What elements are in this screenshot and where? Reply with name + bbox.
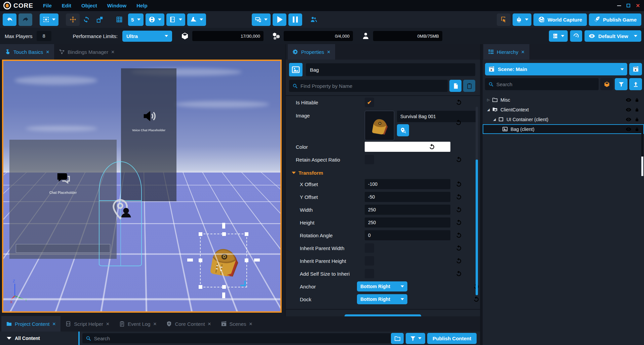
show-networked-button[interactable] [600, 78, 613, 90]
properties-scrollbar[interactable] [476, 107, 478, 295]
reset-icon[interactable] [455, 206, 462, 213]
hierarchy-filter-button[interactable] [615, 78, 628, 90]
tree-row-ui-container[interactable]: ◢ UI Container (client) [483, 114, 644, 124]
anchor-dropdown[interactable]: Bottom Right [357, 281, 407, 291]
rotation-angle-field[interactable] [365, 230, 450, 240]
server-settings-dropdown[interactable] [549, 30, 568, 42]
menu-edit[interactable]: Edit [57, 3, 76, 8]
select-cursor-button[interactable] [497, 13, 511, 26]
tab-hierarchy[interactable]: Hierarchy✕ [483, 44, 529, 60]
tab-event-log[interactable]: Event Log✕ [114, 316, 161, 332]
ai-assistant-dropdown[interactable] [513, 13, 531, 26]
preview-mode-dropdown[interactable] [252, 13, 271, 26]
selection-handle[interactable] [222, 232, 226, 236]
world-space-dropdown[interactable] [146, 13, 164, 26]
close-button[interactable]: ✕ [636, 3, 640, 8]
lock-icon[interactable] [635, 117, 639, 122]
undo-button[interactable] [3, 13, 16, 26]
menu-window[interactable]: Window [102, 3, 131, 8]
expand-open-icon[interactable]: ◢ [486, 108, 491, 111]
reset-icon[interactable] [428, 143, 436, 150]
hierarchy-scrollbar[interactable] [641, 127, 643, 167]
reset-icon[interactable] [473, 296, 480, 303]
reset-icon[interactable] [455, 244, 462, 252]
close-tab-icon[interactable]: ✕ [111, 49, 115, 55]
image-asset-name[interactable]: Survival Bag 001 [397, 111, 477, 122]
script-dropdown[interactable] [166, 13, 185, 26]
is-hittable-checkbox[interactable] [365, 98, 374, 107]
reset-icon[interactable] [455, 257, 462, 265]
selected-ui-image-bag[interactable] [200, 234, 247, 287]
dock-dropdown[interactable]: Bottom Right [357, 294, 407, 304]
selection-handle[interactable] [199, 258, 202, 262]
world-capture-button[interactable]: World Capture [533, 13, 587, 26]
performance-gauge-button[interactable] [570, 30, 582, 42]
add-self-size-checkbox[interactable] [365, 269, 374, 278]
copy-properties-button[interactable] [449, 80, 461, 92]
play-button[interactable] [273, 13, 286, 26]
close-tab-icon[interactable]: ✕ [153, 321, 157, 326]
lock-icon[interactable] [635, 107, 639, 112]
close-tab-icon[interactable]: ✕ [46, 49, 49, 55]
snap-size-dropdown[interactable]: 5 [128, 13, 144, 26]
width-field[interactable] [365, 205, 450, 215]
content-filter-dropdown[interactable] [406, 333, 425, 344]
reset-icon[interactable] [455, 193, 462, 201]
tree-row-clientcontext[interactable]: ◢ ClientContext [483, 105, 644, 114]
property-search[interactable] [289, 80, 448, 92]
scene-manager-button[interactable] [629, 63, 642, 75]
eye-icon[interactable] [626, 126, 632, 132]
image-asset-thumbnail[interactable] [365, 111, 394, 140]
retain-aspect-ratio-checkbox[interactable] [365, 155, 374, 164]
eye-icon[interactable] [626, 97, 632, 103]
property-search-input[interactable] [300, 83, 444, 89]
reset-icon[interactable] [455, 232, 462, 239]
content-search-input[interactable] [94, 336, 388, 341]
selection-handle[interactable] [245, 232, 248, 236]
content-search[interactable] [82, 333, 391, 343]
x-offset-field[interactable] [365, 179, 450, 189]
tree-row-misc[interactable]: ▷ Misc [483, 95, 644, 105]
rotate-tool-button[interactable] [80, 13, 93, 26]
transform-section-header[interactable]: Transform [286, 166, 480, 178]
scale-tool-button[interactable] [93, 13, 107, 26]
scrollbar-thumb[interactable] [641, 157, 643, 176]
eye-icon[interactable] [626, 107, 632, 113]
hierarchy-search-input[interactable] [496, 81, 595, 87]
reset-icon[interactable] [455, 180, 462, 188]
publish-content-button[interactable]: Publish Content [427, 333, 477, 344]
tab-scenes[interactable]: Scenes✕ [216, 316, 257, 332]
selection-resize-corner[interactable] [240, 281, 246, 286]
multiplayer-preview-icon[interactable] [307, 13, 320, 26]
close-tab-icon[interactable]: ✕ [249, 321, 253, 326]
reset-icon[interactable] [455, 270, 462, 277]
selection-handle[interactable] [199, 232, 202, 236]
tab-touch-basics[interactable]: Touch Basics✕ [0, 44, 54, 60]
expand-open-icon[interactable]: ◢ [492, 117, 497, 121]
object-name-field[interactable] [306, 63, 475, 76]
export-button[interactable] [629, 78, 642, 90]
menu-object[interactable]: Object [76, 3, 102, 8]
scene-selector-dropdown[interactable]: Scene: Main [485, 63, 627, 75]
y-offset-field[interactable] [365, 192, 450, 202]
close-tab-icon[interactable]: ✕ [327, 49, 330, 55]
terrain-dropdown[interactable] [187, 13, 206, 26]
height-field[interactable] [365, 217, 450, 228]
menu-help[interactable]: Help [131, 3, 153, 8]
reset-icon[interactable] [455, 119, 462, 126]
expand-collapsed-icon[interactable]: ▷ [486, 98, 491, 102]
max-players-field[interactable]: 8 [37, 31, 51, 41]
paste-properties-button[interactable] [463, 80, 475, 92]
selection-handle[interactable] [245, 258, 248, 262]
tab-properties[interactable]: Properties✕ [288, 44, 335, 60]
selection-handle[interactable] [222, 285, 226, 289]
tab-bindings-manager[interactable]: Bindings Manager✕ [54, 44, 119, 60]
find-asset-button[interactable] [397, 124, 409, 136]
pause-button[interactable] [288, 13, 302, 26]
tree-row-bag[interactable]: Bag (client) [483, 124, 644, 134]
inherit-parent-width-checkbox[interactable] [365, 243, 374, 253]
inherit-parent-height-checkbox[interactable] [365, 256, 374, 266]
reset-icon[interactable] [455, 99, 462, 106]
reset-icon[interactable] [455, 156, 462, 163]
tab-script-helper[interactable]: Script Helper✕ [61, 316, 114, 332]
